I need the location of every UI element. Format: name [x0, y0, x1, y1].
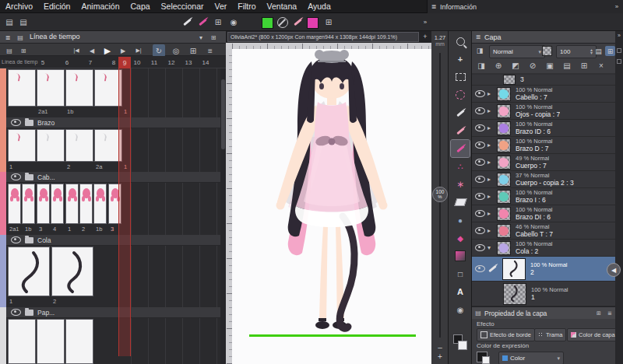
layer-thumbnail[interactable]	[503, 283, 526, 305]
eraser-tool-icon[interactable]	[451, 194, 470, 211]
layer-thumbnail[interactable]	[502, 258, 526, 280]
edge-dock-icon[interactable]	[617, 48, 621, 53]
delete-layer-icon[interactable]: ×	[595, 59, 607, 72]
frame-cell[interactable]	[37, 184, 50, 224]
menu-capa[interactable]: Capa	[125, 0, 156, 12]
transfer-down-icon[interactable]: ◨	[475, 59, 487, 72]
menu-seleccionar[interactable]: Seleccionar	[156, 0, 209, 12]
visibility-eye-icon[interactable]	[475, 244, 485, 251]
clip-mask-icon[interactable]: ◩	[509, 59, 522, 72]
track-visibility-eye-icon[interactable]	[11, 173, 21, 180]
frame-cell[interactable]	[65, 129, 93, 162]
property-grid-icon[interactable]: ⊞	[593, 310, 604, 317]
pen-command-icon[interactable]	[181, 16, 193, 28]
frame-ruler[interactable]: Línea de tiemp 5 6 7 8 9 10 11 12 13 14	[0, 56, 226, 68]
track-visibility-eye-icon[interactable]	[11, 236, 21, 243]
scrollbar-thumb[interactable]	[221, 79, 225, 149]
visibility-eye-icon[interactable]	[475, 107, 485, 114]
zoom-slider-handle[interactable]: 100 %	[432, 187, 448, 202]
layer-thumbnail[interactable]	[497, 121, 511, 135]
gradient-tool-icon[interactable]	[451, 247, 470, 264]
track-folder-icon[interactable]	[25, 310, 33, 316]
new-folder-icon[interactable]: ⊞	[578, 59, 590, 72]
timeline-more-icon[interactable]: ≡	[204, 44, 216, 57]
expand-arrow-icon[interactable]: ▸	[487, 124, 495, 131]
layer-thumbnail[interactable]	[497, 224, 511, 238]
frame-cell[interactable]	[65, 319, 93, 364]
border-effect-button[interactable]: Efecto de borde	[477, 328, 535, 341]
layer-thumbnail[interactable]	[497, 173, 511, 187]
layer-row[interactable]: ▸ 100 % NormalBrazo DI : 6	[472, 205, 615, 222]
foreground-color-swatch[interactable]	[262, 17, 273, 29]
visibility-eye-icon[interactable]	[475, 227, 485, 234]
visibility-eye-icon[interactable]	[475, 265, 485, 272]
previous-frame-button[interactable]: ◀	[86, 44, 98, 57]
skip-to-end-button[interactable]: ▶|	[132, 44, 145, 57]
new-file-icon[interactable]: ▤	[3, 16, 16, 28]
blend-mode-select[interactable]: Normal ▾	[489, 45, 545, 58]
layer-panel-menu-icon[interactable]: ≣	[472, 33, 484, 40]
menu-ayuda[interactable]: Ayuda	[302, 0, 336, 12]
fill-tool-icon[interactable]: ◆	[451, 229, 470, 247]
visibility-eye-icon[interactable]	[475, 124, 485, 131]
tone-effect-button[interactable]: Trama	[534, 328, 566, 341]
panel-collapse-button[interactable]: ◀	[607, 263, 621, 277]
track-folder-icon[interactable]	[25, 120, 33, 126]
expand-arrow-icon[interactable]: ▸	[487, 107, 495, 114]
expand-arrow-icon[interactable]: ▸	[487, 142, 495, 149]
frame-cell[interactable]	[51, 247, 93, 296]
alpha-lock-icon[interactable]: ⊘	[526, 59, 539, 72]
timeline-grid-button[interactable]: ⊞	[187, 44, 199, 57]
decoration-tool-icon[interactable]: ∗	[451, 176, 470, 193]
zoom-tool-icon[interactable]	[451, 33, 470, 50]
new-layer-icon[interactable]: ▤	[561, 59, 573, 72]
canvas-tab[interactable]: OliviaAni2* (800 x 1200px Con margen944 …	[227, 32, 419, 42]
spinner-down-icon[interactable]: ▾	[590, 52, 593, 54]
info-collapse-icon[interactable]: »	[611, 3, 623, 10]
menu-filtro[interactable]: Filtro	[232, 0, 261, 12]
frame-cell[interactable]	[37, 319, 65, 364]
menu-ventana[interactable]: Ventana	[262, 0, 303, 12]
layer-color-button[interactable]: Color de capa	[567, 328, 619, 341]
track-folder-icon[interactable]	[25, 174, 33, 180]
visibility-eye-icon[interactable]	[475, 142, 485, 149]
layer-thumbnail[interactable]	[497, 87, 511, 101]
skip-to-start-button[interactable]: |◀	[70, 44, 83, 57]
pen-command2-icon[interactable]	[291, 16, 304, 28]
expand-arrow-icon[interactable]: ▸	[487, 90, 495, 97]
frame-cell[interactable]	[51, 184, 64, 224]
timeline-settings-icon[interactable]: ⊞	[17, 44, 30, 57]
frame-cell[interactable]	[8, 69, 36, 107]
brush-tool-icon[interactable]	[451, 140, 470, 157]
frame-cell[interactable]	[37, 129, 65, 162]
airbrush-tool-icon[interactable]: ∴	[451, 158, 470, 175]
merge-down-icon[interactable]: ⊕	[492, 59, 505, 72]
timeline-scrollbar[interactable]	[220, 68, 226, 364]
frame-cell[interactable]	[93, 184, 107, 224]
layer-row[interactable]: ▸ 49 % NormalCuerpo : 7	[472, 154, 615, 171]
frame-cell[interactable]	[22, 184, 35, 224]
color-circle-icon[interactable]: ◉	[227, 16, 240, 28]
track-header-cola[interactable]: Cola	[6, 235, 225, 246]
collapse-arrow-icon[interactable]: ▾	[487, 244, 495, 251]
edge-chevrons-icon[interactable]: »	[615, 33, 623, 38]
layer-thumbnail[interactable]	[497, 138, 511, 152]
layer-thumbnail[interactable]	[497, 241, 511, 255]
layer-row[interactable]: ▸ 46 % NormalCabello T : 7	[472, 222, 615, 240]
expand-arrow-icon[interactable]: ▸	[487, 159, 495, 166]
layer-thumbnail[interactable]	[497, 190, 511, 204]
layer-row-cola-folder[interactable]: ▾ 100 % NormalCola : 2	[472, 240, 615, 257]
layer-row[interactable]: ▸ 100 % NormalBrazo D : 7	[472, 137, 615, 154]
grid-command-icon[interactable]: ⊞	[322, 16, 335, 28]
new-canvas-tab-icon[interactable]: +	[421, 32, 430, 41]
layer-thumbnail[interactable]	[497, 156, 511, 170]
frame-cell[interactable]	[37, 69, 65, 107]
layer-row[interactable]: ▸ 37 % NormalCuerpo - copia 2 : 3	[472, 171, 615, 188]
blend-tool-icon[interactable]: ●	[451, 212, 470, 229]
layer-thumbnail[interactable]	[503, 75, 516, 85]
visibility-eye-icon[interactable]	[475, 159, 485, 166]
play-button[interactable]: ▶	[101, 44, 114, 57]
pencil-tool-icon[interactable]	[451, 122, 470, 139]
expression-color-select[interactable]: Color ▾	[498, 352, 564, 364]
layer-opacity-input[interactable]: 100 ▴ ▾	[556, 45, 597, 58]
